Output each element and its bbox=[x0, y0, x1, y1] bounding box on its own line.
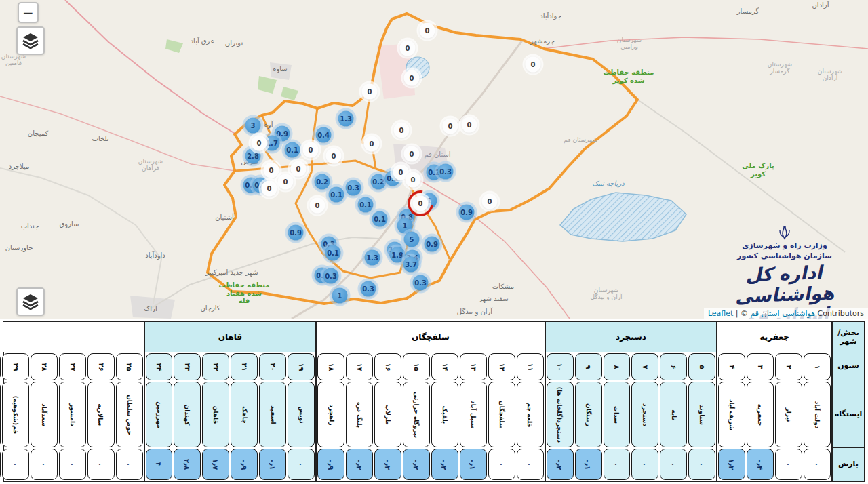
rain-value: ۱٫۷ bbox=[202, 449, 229, 480]
station-name: سالاریه bbox=[87, 382, 115, 447]
station-name: نیروگاه حرارتی bbox=[403, 382, 430, 447]
zero-marker[interactable]: 0 bbox=[400, 41, 416, 56]
column-number: ۱۶ bbox=[374, 353, 401, 380]
rain-value-text: ۰ bbox=[40, 462, 48, 466]
column-number-text: ۲۱ bbox=[241, 363, 248, 371]
rain-marker[interactable]: 0.3 bbox=[438, 164, 454, 180]
zero-marker[interactable]: 0 bbox=[482, 194, 498, 209]
column-number-text: ۶ bbox=[670, 365, 677, 369]
station-name-text: سالاریه bbox=[98, 403, 104, 426]
rain-value-text: ۰٫۱ bbox=[585, 459, 593, 470]
zero-marker[interactable]: 0 bbox=[362, 84, 378, 100]
column-number-text: ۴ bbox=[728, 365, 736, 369]
rain-marker[interactable]: 3 bbox=[245, 118, 261, 134]
rain-marker[interactable]: 0.3 bbox=[413, 275, 429, 291]
rain-marker[interactable]: 0.1 bbox=[326, 245, 341, 261]
rain-marker[interactable]: 0.1 bbox=[372, 211, 388, 227]
rain-marker[interactable]: 0.3 bbox=[323, 268, 339, 284]
rain-value: ۰٫۳ bbox=[346, 449, 373, 480]
road bbox=[0, 96, 235, 171]
rain-value-text: ۰ bbox=[297, 462, 305, 466]
column-number-text: ۹ bbox=[585, 365, 592, 369]
zero-marker[interactable]: 0 bbox=[394, 123, 410, 138]
zero-marker[interactable]: 0 bbox=[443, 119, 458, 134]
rain-marker[interactable]: 0.3 bbox=[346, 180, 361, 196]
group-header: سلفچگان bbox=[317, 322, 544, 352]
zoom-out-button[interactable]: − bbox=[18, 2, 39, 23]
rain-marker[interactable]: 5 bbox=[404, 232, 420, 247]
rain-value-text: ۰ bbox=[526, 462, 534, 466]
zero-marker[interactable]: 0 bbox=[420, 23, 435, 39]
station-column: ۱۷پلنگ دره۰٫۳ bbox=[345, 352, 374, 481]
rain-marker[interactable]: 1.3 bbox=[338, 111, 354, 127]
column-number-text: ۲۴ bbox=[155, 363, 163, 371]
zero-marker[interactable]: 0 bbox=[303, 142, 319, 158]
rain-value: ۰٫۲ bbox=[547, 449, 574, 480]
rain-marker[interactable]: 0.2 bbox=[315, 174, 330, 190]
layers-icon bbox=[22, 293, 39, 310]
road bbox=[65, 0, 236, 134]
rain-value: ۰٫۹ bbox=[231, 449, 258, 480]
rain-marker[interactable]: 3.7 bbox=[403, 257, 419, 273]
rain-value: ۰ bbox=[87, 449, 115, 480]
table-groups: جعفریه۱دولت آباد۰۲نیزار۰۳جعفریه۰٫۴۴شریف … bbox=[0, 322, 831, 481]
rain-value: ۲٫۸ bbox=[174, 449, 201, 480]
column-number: ۲۱ bbox=[231, 353, 258, 380]
column-number: ۸ bbox=[604, 353, 631, 380]
station-name: کهندان bbox=[174, 382, 201, 447]
zero-marker[interactable]: 0 bbox=[364, 136, 380, 152]
rain-marker[interactable]: 0.9 bbox=[425, 237, 440, 252]
rain-value: ۰٫۴ bbox=[747, 449, 774, 480]
rain-marker[interactable]: 0.9 bbox=[288, 225, 304, 241]
rain-value-text: ۰ bbox=[641, 462, 649, 466]
rain-marker[interactable]: 0.4 bbox=[316, 127, 332, 143]
zero-marker[interactable]: 0 bbox=[404, 70, 420, 86]
station-name: طرلاب bbox=[374, 382, 401, 447]
group-columns: ۱۱قلعه چم۰۱۲سلفچگان۰۱۳سنبل آباد۰٫۱۱۴بلقی… bbox=[317, 352, 544, 481]
station-name-text: دستجرد bbox=[642, 403, 648, 426]
layers-control-top[interactable] bbox=[16, 26, 45, 55]
zero-marker[interactable]: 0 bbox=[262, 181, 277, 197]
column-number: ۳۰ bbox=[0, 353, 1, 380]
station-name-text: سناوند bbox=[698, 404, 705, 424]
rain-marker[interactable]: 0.1 bbox=[358, 197, 374, 213]
column-number-text: ۲ bbox=[785, 365, 793, 369]
rain-value-text: ۰ bbox=[97, 462, 105, 466]
station-name-text: قلعه چم bbox=[527, 402, 534, 427]
org-link[interactable]: هواشناسی استان قم bbox=[751, 309, 815, 318]
layers-control-bottom[interactable] bbox=[16, 287, 45, 316]
station-column: ۲۶سالاریه۰ bbox=[87, 352, 115, 481]
row-label-column-no: ستون bbox=[833, 352, 864, 380]
rain-marker[interactable]: 0.3 bbox=[361, 281, 376, 297]
zero-marker[interactable]: 0 bbox=[291, 161, 307, 177]
zero-marker[interactable]: 0 bbox=[413, 196, 429, 211]
zero-marker[interactable]: 0 bbox=[264, 163, 279, 178]
app: جوادآبادگرمسارآرادانچرمشهرشهرستان ورامین… bbox=[0, 0, 868, 484]
rain-marker[interactable]: 1.3 bbox=[365, 250, 380, 266]
rain-marker[interactable]: 1.9 bbox=[390, 247, 406, 263]
zero-marker[interactable]: 0 bbox=[526, 57, 541, 73]
station-column: ۱۰دستجرد(گلخانه ها)۰٫۲ bbox=[546, 352, 574, 481]
group-columns: ۱دولت آباد۰۲نیزار۰۳جعفریه۰٫۴۴شریف آباد۱٫… bbox=[717, 352, 831, 481]
zero-marker[interactable]: 0 bbox=[406, 172, 421, 188]
group-columns: ۵سناوند۰۶نایه۰۷دستجرد۰۸سدات۰۹رستگان۰٫۱۱۰… bbox=[546, 352, 717, 481]
zero-marker[interactable]: 0 bbox=[310, 198, 326, 214]
zero-marker[interactable]: 0 bbox=[252, 136, 267, 151]
zero-marker[interactable]: 0 bbox=[326, 148, 342, 164]
rain-value: ۰ bbox=[631, 449, 658, 480]
rain-marker[interactable]: 0.2 bbox=[371, 174, 387, 190]
leaflet-map[interactable]: جوادآبادگرمسارآرادانچرمشهرشهرستان ورامین… bbox=[0, 0, 868, 319]
rain-marker[interactable]: 0.1 bbox=[329, 187, 344, 203]
rain-value-text: ۰ bbox=[498, 462, 506, 466]
leaflet-link[interactable]: Leaflet bbox=[708, 309, 733, 318]
zero-marker[interactable]: 0 bbox=[404, 146, 420, 162]
station-name: قاهان bbox=[202, 382, 229, 447]
rain-marker[interactable]: 0.9 bbox=[459, 205, 475, 220]
rain-marker[interactable]: 1 bbox=[332, 288, 348, 304]
rain-value: ۰٫۱ bbox=[460, 449, 487, 480]
rain-marker[interactable]: 0.1 bbox=[285, 142, 300, 158]
station-name-text: شریف آباد bbox=[728, 399, 735, 430]
zero-marker[interactable]: 0 bbox=[278, 174, 294, 190]
rain-value: ۰٫۱ bbox=[259, 449, 286, 480]
zero-marker[interactable]: 0 bbox=[462, 117, 477, 133]
